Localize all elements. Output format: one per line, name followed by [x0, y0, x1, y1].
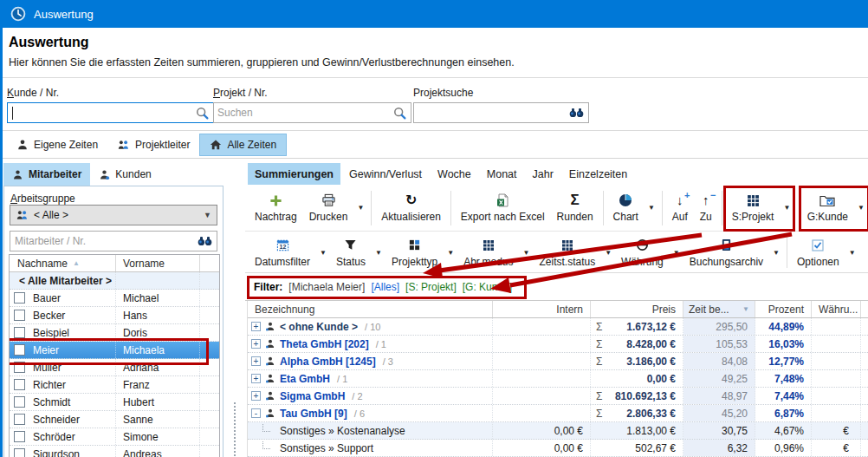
- datumsfilter-dropdown-arrow[interactable]: ▼: [316, 249, 330, 257]
- projekt-label: Projekt / Nr.: [213, 87, 411, 99]
- row-checkbox[interactable]: [14, 362, 25, 373]
- drucken-dropdown-arrow[interactable]: ▼: [353, 204, 367, 212]
- table-row[interactable]: Schmidt Hubert: [10, 394, 219, 411]
- export-excel-button[interactable]: Export nach Excel: [455, 188, 551, 228]
- binoculars-icon[interactable]: [198, 236, 212, 246]
- abr-modus-dropdown-arrow[interactable]: ▼: [520, 249, 534, 257]
- table-row[interactable]: +Theta GmbH [202]/ 1 Σ8.428,00 € 105,53 …: [248, 336, 868, 353]
- abr-modus-button[interactable]: Abr.modus: [457, 234, 519, 271]
- column-header-intern[interactable]: Intern: [493, 301, 591, 317]
- row-checkbox[interactable]: [14, 431, 25, 442]
- table-row[interactable]: +Alpha GmbH [1245]/ 3 Σ3.186,00 € 84,08 …: [248, 353, 868, 370]
- table-row[interactable]: Sigurdson Andreas: [10, 446, 219, 457]
- table-row[interactable]: +Sigma GmbH/ 2 Σ810.692,13 € 48,97 7,44%: [248, 388, 868, 405]
- g-kunde-dropdown-arrow[interactable]: ▼: [854, 204, 868, 212]
- table-row[interactable]: Beispiel Doris: [10, 324, 219, 342]
- tab-kunden[interactable]: Kunden: [90, 163, 159, 186]
- table-row[interactable]: Sonstiges » Kostenanalyse 0,00 € 1.813,0…: [248, 422, 868, 440]
- datumsfilter-button[interactable]: 12 Datumsfilter: [249, 234, 316, 271]
- tab-alle-zeiten[interactable]: Alle Zeiten: [199, 134, 287, 156]
- row-checkbox[interactable]: [14, 310, 25, 321]
- table-row[interactable]: +Eta GmbH/ 1 0,00 € 49,25 7,48%: [248, 370, 868, 388]
- zeitst-status-button[interactable]: Zeitst.status: [533, 234, 601, 271]
- row-checkbox[interactable]: [14, 292, 25, 304]
- column-header-nachname[interactable]: Nachname ▲: [10, 255, 116, 271]
- projekttyp-dropdown-arrow[interactable]: ▼: [444, 249, 457, 257]
- waehrung-dropdown-arrow[interactable]: ▼: [670, 249, 683, 257]
- buchungsarchiv-dropdown-arrow[interactable]: ▼: [769, 249, 783, 257]
- s-projekt-button[interactable]: S:Projekt: [726, 188, 781, 228]
- expand-icon[interactable]: +: [251, 339, 261, 349]
- status-button[interactable]: Status: [330, 234, 372, 271]
- column-header-bezeichnung[interactable]: Bezeichnung: [248, 301, 493, 317]
- column-header-prozent[interactable]: Prozent: [755, 301, 812, 317]
- optionen-button[interactable]: Optionen: [791, 234, 845, 271]
- arbeitsgruppe-select[interactable]: < Alle > ▼: [10, 205, 217, 225]
- table-row-selected[interactable]: Meier Michaela: [10, 342, 219, 359]
- column-header-vorname[interactable]: Vorname: [116, 255, 200, 271]
- row-checkbox[interactable]: [14, 414, 25, 425]
- zeitst-status-dropdown-arrow[interactable]: ▼: [601, 249, 615, 257]
- table-row[interactable]: Becker Hans: [10, 307, 219, 324]
- row-checkbox[interactable]: [14, 344, 25, 356]
- row-checkbox[interactable]: [14, 379, 25, 390]
- search-icon[interactable]: [196, 107, 209, 120]
- panel-splitter[interactable]: [234, 402, 237, 456]
- aktualisieren-button[interactable]: ↻ Aktualisieren: [375, 188, 447, 228]
- zu-button[interactable]: ↑− Zu: [694, 188, 718, 228]
- sigma-icon: Σ: [571, 193, 580, 208]
- table-row[interactable]: Schneider Sanne: [10, 411, 219, 428]
- table-row[interactable]: Schröder Simone: [10, 428, 219, 446]
- table-row[interactable]: Sonstiges » Support 0,00 € 502,67 € 6,32…: [248, 440, 868, 457]
- chart-button[interactable]: Chart: [607, 188, 645, 228]
- row-checkbox[interactable]: [14, 448, 25, 457]
- table-row[interactable]: Müller Adriana: [10, 359, 219, 376]
- tab-eigene-zeiten[interactable]: Eigene Zeiten: [7, 134, 107, 156]
- table-row[interactable]: -Tau GmbH [9]/ 6 Σ2.806,33 € 45,20 6,87%: [248, 405, 868, 422]
- column-header-zeit[interactable]: Zeit be...▼: [683, 301, 755, 317]
- expand-icon[interactable]: +: [251, 374, 261, 383]
- table-row[interactable]: Bauer Michael: [10, 290, 219, 307]
- active-filter-summary: Filter: [Michaela Meier] [Alles] [S: Pro…: [247, 276, 527, 299]
- nachtrag-button[interactable]: Nachtrag: [249, 188, 303, 228]
- expand-icon[interactable]: +: [251, 322, 261, 331]
- projekttyp-button[interactable]: Projekttyp: [385, 234, 444, 271]
- drucken-button[interactable]: Drucken: [303, 188, 354, 228]
- tab-summierungen[interactable]: Summierungen: [248, 163, 340, 185]
- collapse-icon[interactable]: -: [251, 408, 261, 418]
- row-checkbox[interactable]: [14, 396, 25, 408]
- column-header-waehrung[interactable]: Währu...: [812, 301, 861, 317]
- search-icon[interactable]: [393, 107, 406, 120]
- chart-dropdown-arrow[interactable]: ▼: [645, 204, 658, 212]
- tab-jahr[interactable]: Jahr: [526, 163, 560, 185]
- tab-gewinn-verlust[interactable]: Gewinn/Verlust: [342, 163, 429, 185]
- kunde-input[interactable]: [8, 104, 196, 121]
- employee-panel-tabs: Mitarbeiter Kunden: [3, 163, 160, 186]
- buchungsarchiv-button[interactable]: Buchungsarchiv: [683, 234, 769, 271]
- tab-einzelzeiten[interactable]: Einzelzeiten: [562, 163, 634, 185]
- waehrung-button[interactable]: Währung: [615, 234, 670, 271]
- table-row[interactable]: Richter Franz: [10, 376, 219, 394]
- table-row[interactable]: +< ohne Kunde >/ 10 Σ1.673,12 € 295,50 4…: [248, 318, 868, 336]
- mitarbeiter-search-input[interactable]: [10, 235, 198, 247]
- employee-table-header: Nachname ▲ Vorname: [10, 255, 219, 272]
- s-projekt-dropdown-arrow[interactable]: ▼: [780, 204, 794, 212]
- optionen-dropdown-arrow[interactable]: ▼: [845, 249, 859, 257]
- tab-mitarbeiter[interactable]: Mitarbeiter: [3, 163, 90, 186]
- expand-icon[interactable]: +: [251, 391, 261, 401]
- tab-woche[interactable]: Woche: [431, 163, 478, 185]
- row-checkbox[interactable]: [14, 327, 25, 338]
- status-dropdown-arrow[interactable]: ▼: [372, 249, 385, 257]
- expand-icon[interactable]: +: [251, 356, 261, 366]
- list-item-alle-mitarbeiter[interactable]: < Alle Mitarbeiter >: [10, 272, 219, 290]
- projekt-input[interactable]: [214, 104, 393, 121]
- binoculars-icon[interactable]: [569, 108, 584, 118]
- column-header-preis[interactable]: Preis: [591, 301, 683, 317]
- runden-button[interactable]: Σ Runden: [551, 188, 599, 228]
- auf-button[interactable]: ↓+ Auf: [666, 188, 694, 228]
- projektsuche-input[interactable]: [414, 104, 569, 121]
- auswertung-window: Auswertung Auswertung Hier können Sie di…: [0, 0, 868, 457]
- tab-projektleiter[interactable]: Projektleiter: [107, 134, 199, 156]
- tab-monat[interactable]: Monat: [480, 163, 524, 185]
- g-kunde-button[interactable]: G:Kunde: [801, 188, 854, 228]
